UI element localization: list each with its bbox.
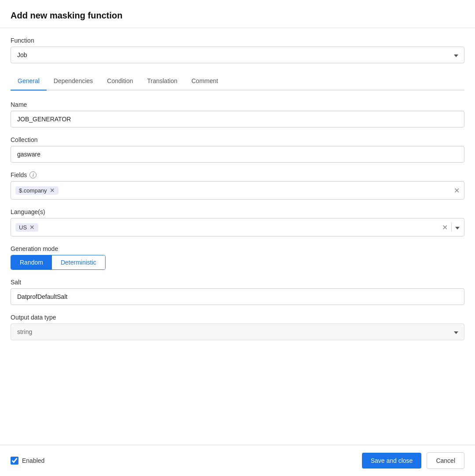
generation-mode-group: Generation mode Random Deterministic bbox=[11, 245, 464, 270]
enabled-checkbox[interactable] bbox=[11, 457, 18, 465]
modal-title: Add new masking function bbox=[11, 11, 464, 21]
save-close-button[interactable]: Save and close bbox=[362, 453, 422, 469]
mode-random-button[interactable]: Random bbox=[11, 255, 52, 269]
fields-info-icon: i bbox=[29, 171, 37, 178]
fields-tag-company-text: $.company bbox=[19, 187, 47, 194]
collection-group: Collection bbox=[11, 136, 464, 163]
name-input[interactable] bbox=[11, 111, 464, 127]
collection-label: Collection bbox=[11, 136, 464, 143]
languages-tags: US ✕ bbox=[15, 223, 442, 232]
modal-header: Add new masking function bbox=[0, 0, 475, 28]
footer-right: Save and close Cancel bbox=[362, 452, 464, 469]
cancel-button[interactable]: Cancel bbox=[427, 452, 464, 469]
languages-group: Language(s) US ✕ ✕ bbox=[11, 208, 464, 236]
footer-left: Enabled bbox=[11, 457, 44, 465]
fields-label-row: Fields i bbox=[11, 171, 464, 178]
modal-container: Add new masking function Function Job Ge… bbox=[0, 0, 475, 476]
languages-chevron-icon[interactable] bbox=[455, 223, 460, 231]
output-data-type-select-wrapper: string bbox=[11, 323, 464, 340]
generation-mode-label: Generation mode bbox=[11, 245, 464, 252]
mode-deterministic-button[interactable]: Deterministic bbox=[52, 255, 105, 269]
salt-label: Salt bbox=[11, 279, 464, 286]
tab-dependencies[interactable]: Dependencies bbox=[47, 72, 100, 91]
output-data-type-select[interactable]: string bbox=[11, 323, 464, 340]
tab-general[interactable]: General bbox=[11, 72, 47, 91]
languages-tag-us-remove[interactable]: ✕ bbox=[29, 224, 35, 230]
tab-comment[interactable]: Comment bbox=[184, 72, 225, 91]
languages-select[interactable]: US ✕ ✕ bbox=[11, 218, 464, 236]
tab-condition[interactable]: Condition bbox=[100, 72, 140, 91]
languages-clear-icon[interactable]: ✕ bbox=[442, 223, 448, 232]
output-data-type-label: Output data type bbox=[11, 314, 464, 321]
salt-input[interactable] bbox=[11, 288, 464, 305]
salt-group: Salt bbox=[11, 279, 464, 305]
fields-tags-input[interactable]: $.company ✕ ✕ bbox=[11, 181, 464, 200]
function-group: Function Job bbox=[11, 37, 464, 63]
fields-tags-clear-icon[interactable]: ✕ bbox=[454, 186, 460, 195]
enabled-label: Enabled bbox=[22, 457, 44, 464]
name-label: Name bbox=[11, 101, 464, 108]
languages-controls: ✕ bbox=[442, 223, 460, 232]
fields-group: Fields i $.company ✕ ✕ bbox=[11, 171, 464, 200]
function-label: Function bbox=[11, 37, 464, 44]
fields-label: Fields bbox=[11, 171, 27, 178]
generation-mode-toggle: Random Deterministic bbox=[11, 255, 106, 270]
collection-input[interactable] bbox=[11, 146, 464, 163]
modal-footer: Enabled Save and close Cancel bbox=[0, 445, 475, 476]
fields-tag-company-remove[interactable]: ✕ bbox=[50, 187, 55, 193]
tabs-container: General Dependencies Condition Translati… bbox=[11, 72, 464, 91]
languages-label: Language(s) bbox=[11, 208, 464, 215]
modal-body: Function Job General Dependencies Condit… bbox=[0, 28, 475, 445]
enabled-checkbox-wrapper[interactable]: Enabled bbox=[11, 457, 44, 465]
output-data-type-group: Output data type string bbox=[11, 314, 464, 340]
languages-tag-us-text: US bbox=[19, 224, 27, 231]
tab-translation[interactable]: Translation bbox=[140, 72, 184, 91]
name-group: Name bbox=[11, 101, 464, 127]
languages-tag-us: US ✕ bbox=[15, 223, 38, 232]
fields-tag-company: $.company ✕ bbox=[15, 186, 58, 195]
function-select[interactable]: Job bbox=[11, 47, 464, 63]
function-select-wrapper: Job bbox=[11, 47, 464, 63]
languages-divider bbox=[451, 223, 452, 232]
